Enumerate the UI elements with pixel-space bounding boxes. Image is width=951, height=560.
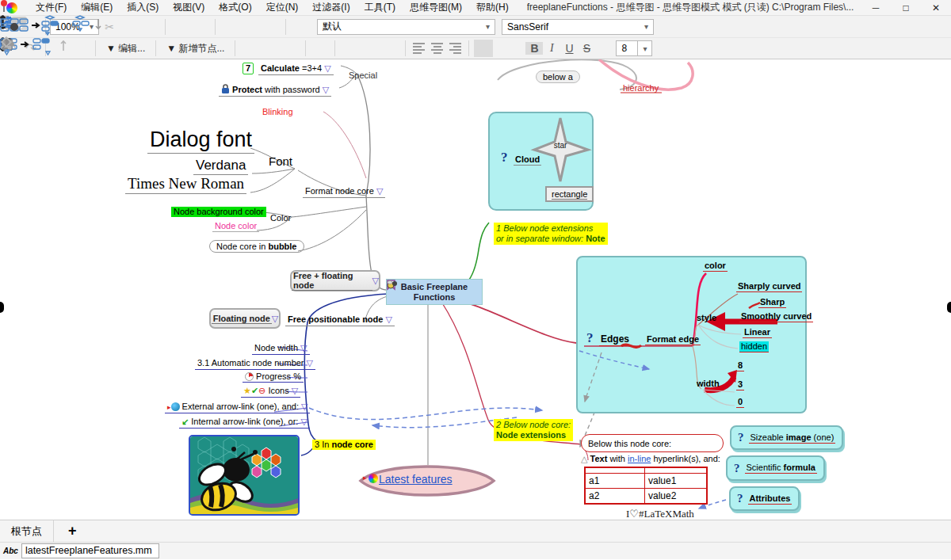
right-fold-handle[interactable] bbox=[947, 302, 951, 313]
node-attributes[interactable]: ? Attributes bbox=[729, 486, 800, 511]
minimize-button[interactable]: ─ bbox=[861, 2, 891, 13]
menu-mindmap[interactable]: 思维导图(M) bbox=[403, 1, 469, 14]
align-right-icon[interactable] bbox=[449, 43, 461, 54]
menu-tools[interactable]: 工具(T) bbox=[357, 1, 403, 14]
cloud-color-icon[interactable] bbox=[361, 40, 380, 57]
tab-root-node[interactable]: 根节点 bbox=[0, 520, 54, 542]
add-child-node-icon[interactable]: + bbox=[191, 18, 210, 36]
node-calculate-result[interactable]: 7 bbox=[243, 63, 254, 74]
node-color-label[interactable]: Color bbox=[268, 213, 293, 223]
node-edge-style[interactable]: style bbox=[695, 313, 718, 323]
node-blinking[interactable]: Blinking bbox=[260, 107, 296, 117]
layout-preset-icons[interactable] bbox=[291, 18, 310, 36]
text-direction-rtl-icon[interactable]: T bbox=[495, 40, 514, 57]
font-size-input[interactable]: 8 bbox=[616, 40, 638, 56]
fold-icon[interactable]: ▽ bbox=[292, 386, 298, 395]
menu-format[interactable]: 格式(O) bbox=[212, 1, 258, 14]
style-select[interactable]: 默认 ▾ bbox=[317, 19, 495, 35]
edit-dropdown-button[interactable]: ▼ 编辑... bbox=[100, 42, 151, 55]
resize-icon[interactable] bbox=[240, 40, 259, 57]
bee-image-node[interactable] bbox=[189, 435, 300, 516]
text-direction-ltr-icon[interactable]: T bbox=[474, 40, 493, 57]
node-icons[interactable]: ★✔⊖ Icons ▽ bbox=[241, 386, 300, 398]
node-free-floating[interactable]: Free + floating node▽ bbox=[290, 270, 380, 291]
strikethrough-button[interactable]: S bbox=[578, 42, 595, 55]
font-select[interactable]: SansSerif ▾ bbox=[502, 19, 654, 35]
fold-icon[interactable]: ▽ bbox=[307, 358, 313, 368]
node-list-icon[interactable] bbox=[281, 40, 300, 57]
fold-icon[interactable]: ▽ bbox=[301, 402, 307, 411]
menu-insert[interactable]: 插入(S) bbox=[120, 1, 166, 14]
fold-icon[interactable]: ▽ bbox=[300, 343, 307, 352]
add-tab-button[interactable]: + bbox=[54, 523, 91, 539]
node-sizeable-image[interactable]: ? Sizeable image (one) bbox=[730, 425, 843, 450]
node-format-node-core[interactable]: Format node core ▽ bbox=[303, 186, 385, 198]
node-below-a[interactable]: below a bbox=[536, 70, 580, 83]
node-floating[interactable]: Floating node▽ bbox=[209, 308, 281, 329]
node-free-positionable[interactable]: Free positionable node ▽ bbox=[285, 314, 395, 326]
node-hierarchy[interactable]: hierarchy bbox=[621, 83, 661, 93]
node-background-color[interactable]: Node background color bbox=[171, 207, 266, 217]
italic-button[interactable]: I bbox=[543, 42, 560, 55]
fold-icon[interactable]: ▽ bbox=[324, 63, 330, 73]
cloud-node-group[interactable]: ? Cloud star rectangle bbox=[488, 112, 594, 211]
mindmap-canvas[interactable]: 7 Calculate =3+4 ▽ Special Protect with … bbox=[0, 59, 951, 520]
node-rectangle[interactable]: rectangle bbox=[545, 186, 594, 202]
fold-icon[interactable]: ▽ bbox=[272, 314, 278, 324]
node-width-8[interactable]: 8 bbox=[736, 360, 744, 371]
node-core-in-bubble[interactable]: Node core in bubble bbox=[209, 240, 304, 253]
fold-icon[interactable]: ▽ bbox=[300, 417, 307, 426]
node-width-3[interactable]: 3 bbox=[736, 379, 744, 390]
central-node[interactable]: Basic FreeplaneFunctions bbox=[386, 279, 483, 305]
font-size-dropdown[interactable]: ▾ bbox=[638, 40, 652, 56]
node-internal-link[interactable]: ↙ Internal arrow-link (one), or: ▽ bbox=[179, 417, 310, 429]
cloud-shape-icon[interactable] bbox=[381, 40, 400, 57]
fold-icon[interactable]: ▽ bbox=[323, 85, 329, 94]
node-special[interactable]: Special bbox=[346, 70, 380, 81]
cloud-icon[interactable] bbox=[340, 40, 359, 57]
inline-hyperlink[interactable]: in-line bbox=[628, 454, 651, 463]
node-smoothly-curved[interactable]: Smoothly curved bbox=[739, 311, 813, 322]
edges-node-group[interactable]: ? Edges Format edge color Sharply curved… bbox=[576, 256, 807, 413]
distribute-nodes-icon[interactable] bbox=[262, 18, 281, 36]
node-dialog-font[interactable]: Dialog font bbox=[147, 128, 254, 154]
add-sibling-node-icon[interactable]: + bbox=[170, 18, 189, 36]
underline-button[interactable]: U bbox=[560, 42, 578, 55]
table-row[interactable]: a1 value1 bbox=[586, 474, 706, 489]
node-times-new-roman[interactable]: Times New Roman bbox=[125, 175, 246, 194]
latest-features-link[interactable]: Latest features bbox=[379, 473, 453, 486]
node-auto-number[interactable]: 3.1 Automatic node number ▽ bbox=[195, 358, 315, 370]
node-latex-math[interactable]: I♡#LaTeXMath bbox=[626, 508, 694, 520]
fit-map-icon[interactable] bbox=[220, 18, 239, 36]
close-button[interactable]: ✕ bbox=[921, 2, 951, 13]
node-hidden[interactable]: hidden bbox=[739, 341, 769, 352]
node-color[interactable]: Node color bbox=[212, 221, 259, 232]
attribute-table[interactable]: a1 value1 a2 value2 bbox=[584, 467, 708, 505]
align-left-icon[interactable] bbox=[413, 43, 425, 54]
node-sharp[interactable]: Sharp bbox=[758, 297, 786, 308]
fold-icon[interactable]: ▽ bbox=[376, 186, 383, 196]
font-color-icon[interactable] bbox=[596, 40, 615, 57]
node-protect[interactable]: Protect with password ▽ bbox=[219, 83, 331, 97]
node-format-edge[interactable]: Format edge bbox=[645, 334, 701, 345]
node-external-link[interactable]: ▸ External arrow-link (one), and: ▽ bbox=[165, 402, 310, 413]
node-progress[interactable]: Progress % bbox=[243, 371, 304, 383]
menu-file[interactable]: 文件(F) bbox=[29, 1, 74, 14]
align-center-icon[interactable] bbox=[431, 43, 443, 54]
copy-icon[interactable] bbox=[120, 18, 139, 36]
fold-icon[interactable]: ▽ bbox=[372, 276, 379, 286]
star-shape[interactable]: star bbox=[531, 116, 590, 183]
bold-button[interactable]: B bbox=[525, 42, 543, 55]
new-node-dropdown-button[interactable]: ▼ 新增节点... bbox=[160, 42, 231, 55]
menu-filter[interactable]: 过滤器(I) bbox=[305, 1, 357, 14]
filename-tab[interactable]: latestFreeplaneFeatures.mm bbox=[21, 543, 159, 558]
node-font[interactable]: Font bbox=[266, 154, 295, 169]
node-scientific-formula[interactable]: ? Scientific formula bbox=[726, 455, 825, 481]
table-row[interactable]: a2 value2 bbox=[586, 489, 706, 503]
node-edge-width[interactable]: width bbox=[695, 379, 721, 389]
vertical-gap-icon[interactable] bbox=[241, 18, 260, 36]
menu-edit[interactable]: 编辑(E) bbox=[74, 1, 120, 14]
layout-direction-icons[interactable] bbox=[311, 40, 330, 57]
node-text-hyperlink[interactable]: △ Text with in-line hyperlink(s), and: bbox=[581, 454, 720, 464]
node-linear[interactable]: Linear bbox=[743, 327, 772, 338]
